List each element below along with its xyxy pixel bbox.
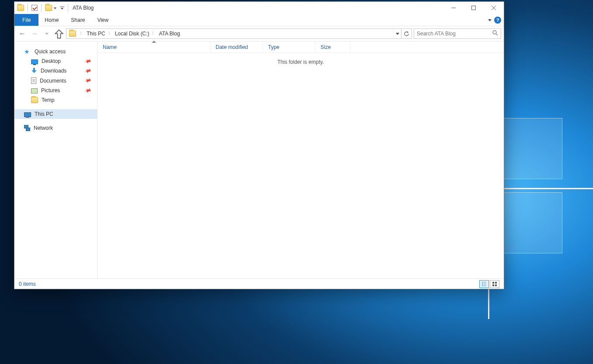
window-title: ATA Blog	[73, 5, 94, 11]
tab-home[interactable]: Home	[38, 14, 65, 26]
sidebar-label: Pictures	[41, 87, 60, 94]
separator	[68, 4, 68, 12]
network-icon	[24, 125, 30, 131]
svg-rect-14	[492, 284, 494, 286]
pc-icon	[24, 112, 31, 117]
desktop-icon	[31, 59, 38, 64]
column-header-type[interactable]: Type	[263, 42, 315, 52]
tab-file[interactable]: File	[14, 14, 38, 26]
svg-rect-13	[495, 282, 497, 284]
sidebar-label: Network	[34, 125, 53, 131]
svg-point-4	[493, 31, 496, 34]
search-box[interactable]	[414, 28, 501, 39]
folder-icon	[31, 97, 38, 103]
separator	[28, 4, 28, 12]
tab-view[interactable]: View	[91, 14, 115, 26]
column-label: Size	[321, 44, 331, 50]
ribbon: File Home Share View ?	[14, 14, 504, 26]
column-header-name[interactable]: Name	[98, 42, 210, 52]
svg-rect-9	[483, 284, 486, 284]
sidebar-item-desktop[interactable]: Desktop 📌	[14, 56, 97, 66]
sidebar-item-temp[interactable]: Temp	[14, 95, 97, 105]
file-list-area[interactable]: Name Date modified Type Size This folder…	[98, 42, 504, 278]
folder-icon	[45, 5, 52, 11]
pictures-icon	[31, 88, 38, 94]
sidebar-label: Downloads	[41, 68, 66, 74]
sidebar-item-pictures[interactable]: Pictures 📌	[14, 86, 97, 95]
close-button[interactable]	[484, 2, 504, 14]
nav-back-button[interactable]: ←	[17, 28, 28, 40]
sidebar-network[interactable]: Network	[14, 123, 97, 133]
search-icon[interactable]	[492, 30, 498, 38]
sidebar-label: This PC	[35, 111, 53, 117]
sidebar-label: Quick access	[35, 49, 66, 55]
pin-icon: 📌	[84, 76, 92, 84]
refresh-button[interactable]	[401, 29, 412, 38]
navigation-pane: ★ Quick access Desktop 📌 Downloads 📌 Doc…	[14, 42, 98, 278]
search-input[interactable]	[417, 31, 498, 37]
separator	[41, 4, 42, 12]
status-item-count: 0 items	[19, 281, 36, 287]
chevron-down-icon	[54, 7, 56, 9]
svg-rect-8	[482, 284, 483, 284]
chevron-right-icon[interactable]: 〉	[152, 31, 156, 37]
sidebar-label: Desktop	[42, 58, 61, 64]
pin-icon: 📌	[84, 67, 92, 75]
column-label: Type	[268, 44, 279, 50]
nav-forward-button[interactable]: →	[29, 28, 40, 40]
ribbon-expand-icon[interactable]	[488, 19, 492, 21]
help-icon[interactable]: ?	[494, 17, 501, 24]
svg-rect-12	[492, 282, 494, 284]
sidebar-label: Documents	[40, 78, 66, 84]
file-explorer-window: ATA Blog File Home Share View ? ← →	[14, 1, 504, 289]
breadcrumb-this-pc[interactable]: This PC	[86, 31, 106, 37]
svg-rect-15	[495, 284, 497, 286]
sidebar-this-pc[interactable]: This PC	[14, 109, 97, 119]
download-icon	[31, 68, 37, 74]
maximize-button[interactable]	[464, 2, 484, 14]
folder-icon	[69, 31, 76, 37]
pin-icon: 📌	[84, 57, 92, 65]
view-thumbnails-button[interactable]	[490, 280, 499, 288]
qat-customize[interactable]	[60, 7, 64, 9]
nav-up-button[interactable]	[54, 28, 64, 40]
sidebar-item-downloads[interactable]: Downloads 📌	[14, 66, 97, 76]
status-bar: 0 items	[14, 278, 504, 289]
document-icon	[31, 77, 36, 84]
address-history-dropdown[interactable]	[393, 29, 401, 38]
tab-share[interactable]: Share	[65, 14, 91, 26]
new-folder-qat[interactable]	[45, 5, 56, 11]
chevron-right-icon[interactable]: 〉	[80, 31, 84, 37]
column-header-date[interactable]: Date modified	[210, 42, 263, 52]
column-label: Name	[103, 44, 117, 50]
sidebar-quick-access[interactable]: ★ Quick access	[14, 47, 97, 56]
column-header-size[interactable]: Size	[315, 42, 350, 52]
svg-rect-7	[483, 282, 486, 282]
pin-icon: 📌	[84, 87, 92, 94]
navigation-row: ← → 〉 This PC 〉 Local Disk (C:) 〉 ATA Bl…	[14, 26, 504, 41]
svg-rect-1	[472, 6, 476, 10]
chevron-down-icon	[61, 8, 63, 10]
view-details-button[interactable]	[479, 280, 489, 288]
address-bar[interactable]: 〉 This PC 〉 Local Disk (C:) 〉 ATA Blog	[66, 28, 412, 39]
sort-ascending-icon	[152, 41, 156, 43]
sidebar-label: Temp	[42, 97, 54, 103]
star-icon: ★	[24, 49, 31, 55]
properties-qat-icon[interactable]	[31, 5, 38, 11]
empty-folder-message: This folder is empty.	[98, 53, 504, 71]
sidebar-item-documents[interactable]: Documents 📌	[14, 76, 97, 86]
minimize-button[interactable]	[443, 2, 464, 14]
app-folder-icon	[17, 5, 24, 11]
column-label: Date modified	[216, 44, 248, 50]
svg-rect-10	[482, 285, 483, 286]
column-headers: Name Date modified Type Size	[98, 42, 504, 53]
titlebar[interactable]: ATA Blog	[14, 2, 504, 14]
breadcrumb-current[interactable]: ATA Blog	[158, 31, 181, 37]
breadcrumb-local-disk[interactable]: Local Disk (C:)	[114, 31, 150, 37]
svg-rect-11	[483, 285, 486, 286]
chevron-right-icon[interactable]: 〉	[108, 31, 112, 37]
svg-rect-6	[482, 282, 483, 283]
nav-recent-dropdown[interactable]	[42, 28, 52, 40]
svg-line-5	[496, 34, 498, 35]
